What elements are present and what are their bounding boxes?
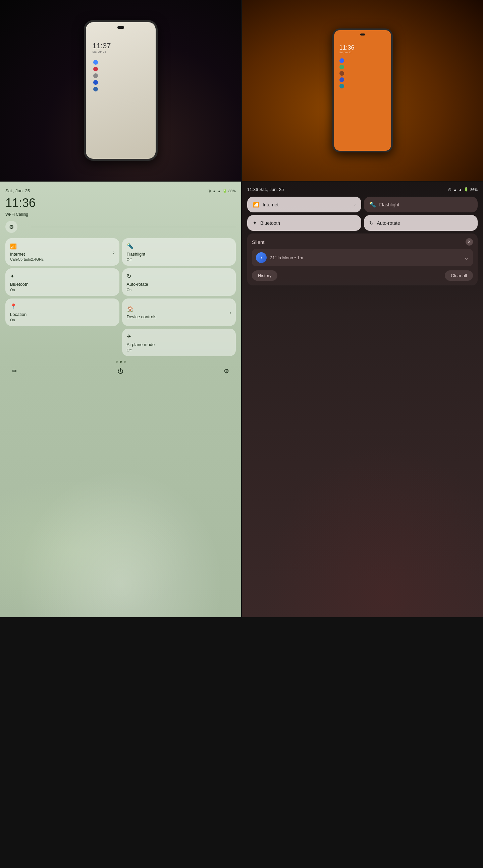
- notif-status-icons: ◎ ▲ ▲ 🔋 86%: [448, 187, 478, 192]
- phone-icons-tl: [89, 60, 152, 91]
- notif-tile-flashlight[interactable]: 🔦 Flashlight: [364, 197, 478, 212]
- wifi-icon: 📶: [10, 243, 44, 250]
- qs-bottom-bar: ✏ ⏻ ⚙: [5, 368, 236, 375]
- qs-airplane-row: ✈ Airplane mode Off: [5, 329, 236, 356]
- notif-eye-icon: ◎: [448, 187, 452, 192]
- notif-bluetooth-label: Bluetooth: [260, 220, 280, 226]
- main-grid: 11:37 Sat, Jun 25 11:36 Sat, Jun 25: [0, 0, 483, 868]
- qs-settings-row[interactable]: ⚙: [5, 221, 236, 233]
- notif-time: 11:36 Sat., Jun. 25: [247, 187, 284, 192]
- notif-signal-icon: ▲: [458, 188, 462, 192]
- notif-item-text: 31" in Mono • 1m: [270, 255, 460, 260]
- status-icon-4: [93, 80, 98, 85]
- notif-flashlight-icon: 🔦: [369, 202, 376, 208]
- status-icon-3: [93, 73, 98, 78]
- phone-notch-tl: [117, 26, 124, 29]
- qs-date: Sat., Jun. 25: [5, 188, 30, 193]
- notif-clear-all-button[interactable]: Clear all: [445, 270, 473, 281]
- notif-item-music[interactable]: ♪ 31" in Mono • 1m ⌄: [252, 249, 473, 266]
- qs-page-indicators: [5, 361, 236, 363]
- notif-tile-autorotate[interactable]: ↻ Auto-rotate: [364, 215, 478, 231]
- notif-bluetooth-icon: ✦: [253, 220, 257, 226]
- qs-flashlight-label: Flashlight: [127, 252, 231, 257]
- notif-history-button[interactable]: History: [252, 270, 277, 281]
- location-icon: 📍: [10, 303, 115, 310]
- notif-item-avatar: ♪: [256, 252, 267, 263]
- quadrant-top-right: 11:36 Sat, Jun 25: [242, 0, 483, 181]
- notif-status-bar: 11:36 Sat., Jun. 25 ◎ ▲ ▲ 🔋 86%: [247, 187, 478, 192]
- qs-tile-location[interactable]: 📍 Location On: [5, 299, 119, 326]
- qs-tiles-grid: 📶 Internet CafeCortado2.4GHz › 🔦 Flashli…: [5, 238, 236, 326]
- bluetooth-icon: ✦: [10, 273, 115, 279]
- notif-battery-icon: 🔋: [464, 187, 468, 192]
- qs-autorotate-sub: On: [127, 288, 231, 292]
- notif-autorotate-label: Auto-rotate: [377, 220, 400, 226]
- notif-tile-bluetooth[interactable]: ✦ Bluetooth: [247, 215, 361, 231]
- internet-arrow-icon: ›: [113, 250, 115, 255]
- notif-autorotate-icon: ↻: [369, 220, 374, 226]
- qs-autorotate-label: Auto-rotate: [127, 282, 231, 287]
- qs-battery-text: 86%: [228, 189, 236, 193]
- phone-notch-tr: [360, 33, 365, 35]
- qs-wifi-calling-text: Wi-Fi Calling: [5, 212, 28, 217]
- phone-screen-orange: 11:36 Sat, Jun 25: [334, 30, 391, 151]
- qs-location-label: Location: [10, 312, 115, 317]
- qs-dot-3: [124, 361, 126, 363]
- qs-status-icons: ◎ ▲ ▲ 🔋 86%: [208, 189, 236, 193]
- phone-time-tl: 11:37: [89, 41, 152, 50]
- qs-device-content: 🏠 Device controls: [127, 306, 157, 319]
- phone-dark: 11:37 Sat, Jun 25: [84, 20, 158, 161]
- qs-tile-flashlight[interactable]: 🔦 Flashlight Off: [122, 238, 236, 266]
- status-icon-2: [93, 67, 98, 71]
- notif-expand-icon[interactable]: ⌄: [464, 254, 469, 261]
- device-controls-icon: 🏠: [127, 306, 157, 312]
- quadrant-bottom-right: 11:36 Sat., Jun. 25 ◎ ▲ ▲ 🔋 86% 📶 Intern…: [242, 182, 483, 617]
- autorotate-icon: ↻: [127, 273, 231, 279]
- notif-close-button[interactable]: ✕: [465, 238, 473, 246]
- qs-battery-icon: 🔋: [222, 189, 227, 193]
- status-icon-tr-5: [339, 84, 344, 88]
- qs-internet-label: Internet: [10, 252, 44, 257]
- phone-orange: 11:36 Sat, Jun 25: [332, 29, 393, 152]
- qs-time: 11:36: [5, 196, 236, 210]
- qs-bluetooth-sub: On: [10, 288, 115, 292]
- qs-tile-internet[interactable]: 📶 Internet CafeCortado2.4GHz ›: [5, 238, 119, 266]
- qs-gear-icon[interactable]: ⚙: [224, 368, 229, 375]
- qs-tile-device-controls[interactable]: 🏠 Device controls ›: [122, 299, 236, 326]
- qs-tile-airplane[interactable]: ✈ Airplane mode Off: [122, 329, 236, 356]
- qs-tile-autorotate[interactable]: ↻ Auto-rotate On: [122, 268, 236, 296]
- phone-date-tl: Sat, Jun 25: [89, 50, 152, 53]
- notif-internet-label: Internet: [263, 202, 278, 207]
- status-icon-tr-3: [339, 71, 344, 76]
- qs-dot-2: [120, 361, 122, 363]
- qs-internet-sub: CafeCortado2.4GHz: [10, 257, 44, 261]
- phone-date-tr: Sat, Jun 25: [337, 51, 389, 54]
- status-icon-1: [93, 60, 98, 65]
- notif-silent-section: Silent ✕ ♪ 31" in Mono • 1m ⌄ History Cl…: [247, 234, 478, 285]
- qs-edit-icon[interactable]: ✏: [12, 368, 17, 375]
- qs-eye-icon: ◎: [208, 189, 211, 193]
- qs-wifi-row: Wi-Fi Calling: [5, 212, 236, 217]
- qs-airplane-label: Airplane mode: [127, 342, 231, 347]
- qs-power-icon[interactable]: ⏻: [117, 368, 123, 375]
- device-arrow-icon: ›: [229, 310, 231, 315]
- qs-tile-bluetooth[interactable]: ✦ Bluetooth On: [5, 268, 119, 296]
- notif-internet-arrow-icon: ›: [354, 203, 356, 207]
- qs-airplane-sub: Off: [127, 348, 231, 352]
- notification-panel: 11:36 Sat., Jun. 25 ◎ ▲ ▲ 🔋 86% 📶 Intern…: [242, 182, 483, 285]
- notif-section-title: Silent: [252, 239, 265, 245]
- status-icon-5: [93, 87, 98, 91]
- notif-wifi-icon: ▲: [453, 188, 457, 192]
- notif-flashlight-label: Flashlight: [379, 202, 399, 207]
- status-icon-tr-4: [339, 78, 344, 82]
- airplane-icon: ✈: [127, 333, 231, 340]
- notif-tile-internet[interactable]: 📶 Internet ›: [247, 197, 361, 212]
- qs-settings-icon[interactable]: ⚙: [5, 221, 18, 233]
- phone-screen-dark: 11:37 Sat, Jun 25: [86, 22, 155, 159]
- quadrant-bottom-left: Sat., Jun. 25 ◎ ▲ ▲ 🔋 86% 11:36 Wi-Fi Ca…: [0, 182, 241, 617]
- notif-actions-row: History Clear all: [252, 269, 473, 283]
- qs-tile-internet-content: 📶 Internet CafeCortado2.4GHz: [10, 243, 44, 261]
- qs-bluetooth-label: Bluetooth: [10, 282, 115, 287]
- qs-signal-icon: ▲: [217, 189, 221, 193]
- qs-device-label: Device controls: [127, 314, 157, 319]
